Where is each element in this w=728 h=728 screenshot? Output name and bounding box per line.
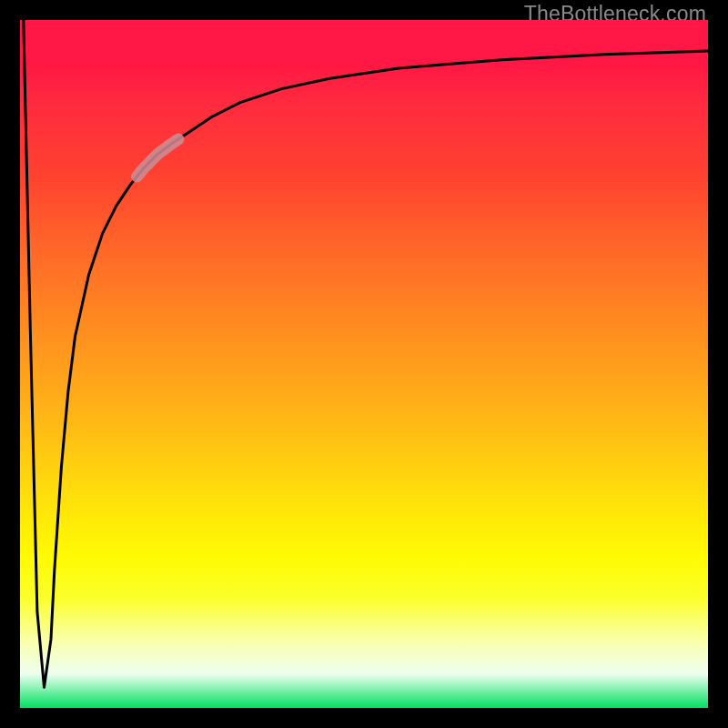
bottleneck-curve: [24, 20, 708, 687]
plot-area: [20, 20, 708, 708]
chart-frame: TheBottleneck.com: [0, 0, 728, 728]
highlight-segment: [137, 139, 178, 177]
curve-layer: [20, 20, 708, 708]
